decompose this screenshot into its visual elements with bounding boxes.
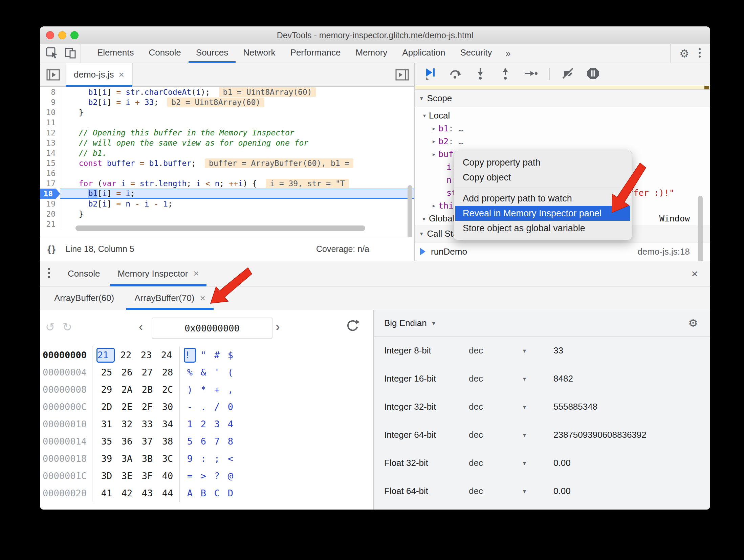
- value-format-select[interactable]: dec: [469, 373, 523, 384]
- hex-byte[interactable]: 2E: [117, 402, 137, 412]
- hex-byte[interactable]: 29: [96, 384, 117, 395]
- endianness-select[interactable]: Big Endian: [384, 318, 427, 328]
- drawer-menu-icon[interactable]: [47, 266, 51, 281]
- ascii-char[interactable]: 7: [210, 436, 224, 447]
- ascii-char[interactable]: 3: [210, 419, 224, 429]
- ascii-char[interactable]: #: [210, 350, 224, 360]
- hex-byte[interactable]: 36: [117, 436, 137, 447]
- drawer-tab-close-icon[interactable]: ×: [193, 269, 199, 278]
- ascii-char[interactable]: :: [197, 453, 210, 464]
- line-number[interactable]: 20: [40, 209, 60, 219]
- line-number[interactable]: 11: [40, 117, 60, 128]
- code-line[interactable]: 10 }: [40, 107, 414, 117]
- panel-tab-security[interactable]: Security: [453, 44, 500, 63]
- value-format-select[interactable]: dec: [469, 402, 523, 412]
- hex-byte[interactable]: 40: [157, 471, 178, 481]
- step-out-icon[interactable]: [499, 67, 512, 82]
- hex-byte[interactable]: 32: [117, 419, 137, 429]
- selected-char[interactable]: !: [184, 348, 196, 363]
- value-settings-gear-icon[interactable]: ⚙: [688, 318, 698, 328]
- line-number[interactable]: 16: [40, 168, 60, 178]
- hex-byte[interactable]: 33: [137, 419, 157, 429]
- line-number[interactable]: 17: [40, 178, 60, 189]
- hex-byte[interactable]: 3C: [157, 453, 178, 464]
- hex-byte[interactable]: 27: [137, 367, 157, 378]
- settings-gear-icon[interactable]: ⚙: [679, 48, 689, 59]
- hex-byte[interactable]: 26: [117, 367, 137, 378]
- ascii-char[interactable]: 0: [224, 402, 237, 412]
- hex-byte[interactable]: 38: [157, 436, 178, 447]
- panel-tab-application[interactable]: Application: [395, 44, 453, 63]
- device-toolbar-icon[interactable]: [64, 46, 77, 61]
- hex-byte[interactable]: 39: [96, 453, 117, 464]
- ascii-char[interactable]: ): [183, 384, 197, 395]
- scope-row-Local[interactable]: ▾Local: [415, 109, 710, 122]
- code-editor[interactable]: 8 b1[i] = str.charCodeAt(i);b1 = Uint8Ar…: [40, 87, 414, 237]
- selected-byte[interactable]: 21: [96, 348, 115, 363]
- scope-row-b1[interactable]: ▸b1: …: [415, 122, 710, 135]
- redo-icon[interactable]: ↻: [63, 320, 72, 334]
- hex-byte[interactable]: 3D: [96, 471, 117, 481]
- code-line[interactable]: 14 // b1.: [40, 148, 414, 158]
- deactivate-breakpoints-icon[interactable]: [561, 67, 575, 82]
- expander-triangle-icon[interactable]: ▸: [420, 215, 429, 222]
- line-number[interactable]: 8: [40, 87, 60, 97]
- hex-byte[interactable]: 3F: [137, 471, 157, 481]
- expander-triangle-icon[interactable]: ▾: [420, 112, 429, 119]
- ascii-char[interactable]: 2: [197, 419, 210, 429]
- expander-triangle-icon[interactable]: ▸: [430, 138, 438, 145]
- chevron-down-icon[interactable]: ▾: [523, 375, 553, 383]
- code-line[interactable]: 17 for (var i = str.length; i < n; ++i) …: [40, 178, 414, 189]
- hex-byte[interactable]: 2A: [117, 384, 137, 395]
- drawer-close-icon[interactable]: ×: [691, 267, 698, 280]
- panel-tab-sources[interactable]: Sources: [189, 44, 236, 63]
- ascii-char[interactable]: .: [197, 402, 210, 412]
- hex-byte[interactable]: 24: [156, 350, 177, 360]
- code-line[interactable]: 20 }: [40, 209, 414, 219]
- ascii-char[interactable]: ": [197, 350, 210, 360]
- ascii-char[interactable]: /: [210, 402, 224, 412]
- code-line[interactable]: 13 // will open the same view as for ope…: [40, 138, 414, 148]
- open-in-pane-icon[interactable]: [394, 67, 410, 82]
- chevron-down-icon[interactable]: ▾: [523, 488, 553, 495]
- hex-byte[interactable]: 3B: [137, 453, 157, 464]
- code-line[interactable]: 19 b2[i] = n - i - 1;: [40, 199, 414, 209]
- file-tab-close-icon[interactable]: ×: [118, 70, 124, 80]
- code-line[interactable]: 11: [40, 117, 414, 128]
- more-panels-button[interactable]: »: [499, 44, 517, 63]
- ascii-char[interactable]: -: [183, 402, 197, 412]
- step-icon[interactable]: [524, 67, 538, 82]
- ascii-char[interactable]: 4: [224, 419, 237, 429]
- ascii-char[interactable]: >: [197, 471, 210, 481]
- ascii-char[interactable]: ;: [210, 453, 224, 464]
- ascii-char[interactable]: 9: [183, 453, 197, 464]
- ascii-char[interactable]: 6: [197, 436, 210, 447]
- hex-byte[interactable]: 2B: [137, 384, 157, 395]
- line-number[interactable]: 13: [40, 138, 60, 148]
- ascii-char[interactable]: @: [224, 471, 237, 481]
- hex-byte[interactable]: 30: [157, 402, 178, 412]
- line-number[interactable]: 21: [40, 219, 60, 229]
- code-line[interactable]: 8 b1[i] = str.charCodeAt(i);b1 = Uint8Ar…: [40, 87, 414, 97]
- panel-tab-elements[interactable]: Elements: [90, 44, 141, 63]
- chevron-down-icon[interactable]: ▾: [523, 347, 553, 354]
- chevron-down-icon[interactable]: ▾: [523, 403, 553, 411]
- expander-triangle-icon[interactable]: ▸: [430, 151, 438, 157]
- menu-item[interactable]: Reveal in Memory Inspector panel: [455, 206, 630, 221]
- line-number[interactable]: 19: [40, 199, 60, 209]
- code-line[interactable]: 12 // Opening this buffer in the Memory …: [40, 128, 414, 138]
- hex-byte[interactable]: 31: [96, 419, 117, 429]
- panel-tab-performance[interactable]: Performance: [283, 44, 348, 63]
- value-format-select[interactable]: dec: [469, 345, 523, 356]
- chevron-down-icon[interactable]: ▾: [523, 459, 553, 467]
- hex-byte[interactable]: 34: [157, 419, 178, 429]
- pause-on-exceptions-icon[interactable]: [586, 67, 600, 82]
- buffer-tab-close-icon[interactable]: ×: [200, 294, 205, 303]
- inspect-element-icon[interactable]: [45, 46, 58, 61]
- hex-byte[interactable]: 41: [96, 488, 117, 498]
- ascii-char[interactable]: $: [224, 350, 237, 360]
- hex-byte[interactable]: 25: [96, 367, 117, 378]
- line-number[interactable]: 10: [40, 107, 60, 117]
- hex-byte[interactable]: 44: [157, 488, 178, 498]
- address-input[interactable]: [152, 318, 272, 339]
